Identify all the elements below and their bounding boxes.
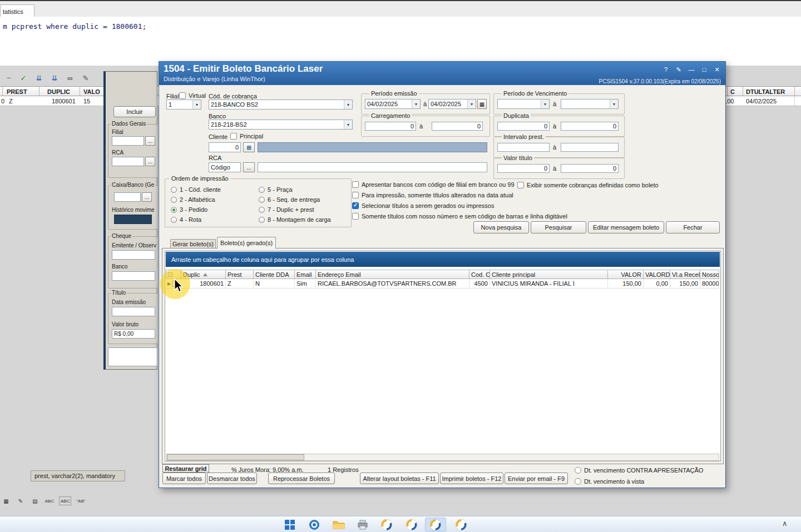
bg-col-dtultalter[interactable]: DTULTALTER (746, 88, 785, 95)
radio-pedido[interactable]: 3 - Pedido (171, 206, 207, 213)
radio-duplic-prest[interactable]: 7 - Duplic + prest (259, 206, 314, 213)
carregamento-to-field[interactable]: 0 (432, 122, 483, 131)
editar-mensagem-button[interactable]: Editar mensagem boleto (588, 221, 664, 233)
horizontal-scrollbar[interactable] (166, 454, 719, 461)
emissao-from-select[interactable]: 04/02/2025 (365, 99, 421, 109)
grid-header-cliente-principal[interactable]: Cliente principal (490, 270, 608, 279)
grid-header-vla-recel[interactable]: Vl.a Recel (670, 270, 700, 279)
checkbox-dt-a-vista[interactable]: Dt. vencimento à vista (575, 478, 644, 485)
radio-cod-cliente[interactable]: 1 - Cód. cliente (171, 186, 221, 193)
chevron-down-icon[interactable] (344, 120, 352, 129)
winthor-app-icon[interactable] (455, 519, 467, 531)
dialog-titlebar[interactable]: 1504 - Emitir Boleto Bancário Laser Dist… (159, 62, 725, 85)
radio-seq-entrega[interactable]: 6 - Seq. de entrega (259, 196, 320, 203)
abc-icon[interactable]: ABC (44, 496, 55, 505)
group-by-bar[interactable]: Arraste um cabeçalho de coluna aqui para… (166, 252, 720, 267)
rca-lookup-button[interactable]: ... (145, 157, 155, 166)
minus-icon[interactable]: − (2, 72, 16, 83)
valor-titulo-to-field[interactable]: 0 (561, 164, 619, 173)
vencimento-to-select[interactable] (561, 99, 619, 109)
chevron-down-icon[interactable] (192, 100, 201, 109)
grid-header-valorde[interactable]: VALORDE (644, 270, 670, 279)
scrollbar-thumb[interactable] (167, 454, 304, 460)
banco-select[interactable]: 218-218-BS2 (209, 120, 353, 130)
scroll-down-icon[interactable]: ⇊ (32, 72, 46, 83)
nova-pesquisa-button[interactable]: Nova pesquisa (473, 221, 529, 233)
desmarcar-todos-button[interactable]: Desmarcar todos (207, 473, 257, 484)
rca-codigo-field[interactable]: Código (209, 162, 241, 172)
radio-montagem-carga[interactable]: 8 - Montagem de carga (259, 216, 331, 223)
browser-icon[interactable] (308, 519, 320, 531)
grid-header-endereco-email[interactable]: Endereço Email (316, 270, 469, 279)
intervalo-from-field[interactable] (497, 143, 550, 152)
reprocessar-boletos-button[interactable]: Reprocessar Boletos (268, 473, 335, 484)
tab-gerar-boletos[interactable]: Gerar boleto(s) (170, 239, 216, 248)
rca-field[interactable] (112, 157, 144, 166)
tab-boletos-gerados[interactable]: Boleto(s) gerado(s) (217, 237, 276, 248)
emitente-field[interactable] (112, 250, 155, 260)
checkbox-titulos-alterados[interactable]: Para impressão, somente títulos alterado… (352, 192, 513, 198)
filial-select[interactable]: 1 (166, 100, 201, 110)
data-emissao-field[interactable] (112, 307, 155, 316)
grid-icon[interactable]: ▦ (1, 496, 11, 505)
checkbox-bancos-filial[interactable]: Apresentar bancos com código de filial e… (352, 181, 515, 188)
grid-header-prest[interactable]: Prest (226, 270, 254, 279)
carregamento-from-field[interactable]: 0 (365, 122, 416, 131)
radio-alfabetica[interactable]: 2 - Alfabética (171, 196, 215, 203)
principal-checkbox[interactable]: Principal (230, 133, 263, 140)
scroll-end-icon[interactable]: ⇊ (48, 72, 61, 83)
windows-start-icon[interactable] (284, 519, 296, 531)
imprimir-boletos-button[interactable]: Imprimir boletos - F12 (440, 473, 503, 484)
empty-listbox[interactable] (108, 347, 157, 366)
checkbox-somente-boleto[interactable]: Exibir somente cobranças definidas como … (517, 182, 659, 188)
valor-bruto-field[interactable]: R$ 0,00 (112, 329, 155, 339)
bg-col-c[interactable]: C (730, 88, 735, 95)
caixa-field[interactable] (114, 192, 141, 202)
banco-cheque-field[interactable] (112, 271, 155, 281)
radio-praca[interactable]: 5 - Praça (259, 186, 293, 193)
editor-tab[interactable]: tatistics (0, 4, 34, 18)
cliente-code-field[interactable]: 0 (209, 142, 241, 152)
grid-row[interactable]: ▶ 1800601 Z N Sim RICAEL.BARBOSA@TOTVSPA… (166, 279, 719, 289)
maximize-button[interactable]: □ (699, 65, 709, 74)
rca-lookup-button[interactable]: ... (243, 162, 255, 172)
printer-icon[interactable] (357, 519, 369, 531)
grid-header-nosson[interactable]: NossoN (700, 270, 719, 279)
grid-header-email[interactable]: Email (295, 270, 316, 279)
grid-header-cod-cl[interactable]: Cod. Cl (469, 270, 490, 279)
duplicata-to-field[interactable]: 0 (561, 122, 619, 131)
calendar-button[interactable]: ▦ (477, 99, 487, 109)
edit-icon[interactable]: ✎ (674, 65, 684, 74)
chevron-down-icon[interactable] (541, 100, 549, 108)
close-button[interactable]: ✕ (712, 65, 722, 74)
confirm-icon[interactable]: ✓ (17, 72, 30, 83)
edit-tool-icon[interactable]: ✎ (79, 72, 92, 83)
grid-header-cliente-dda[interactable]: Cliente DDA (254, 270, 295, 279)
search-icon[interactable]: ∞ (63, 72, 77, 83)
marcar-todos-button[interactable]: Marcar todos (162, 473, 206, 484)
checkbox-dt-contra-apresentacao[interactable]: Dt. vencimento CONTRA APRESENTAÇÃO (575, 467, 703, 474)
tray-expand-icon[interactable]: ∧ (782, 519, 788, 528)
intervalo-to-field[interactable] (561, 143, 619, 152)
table-icon[interactable]: ▤ (30, 496, 40, 505)
bg-col-prest[interactable]: PREST (7, 88, 27, 95)
minimize-button[interactable]: — (686, 65, 696, 74)
radio-rota[interactable]: 4 - Rota (171, 216, 201, 223)
restaurar-grid-button[interactable]: Restaurar grid (162, 464, 209, 473)
pencil-icon[interactable]: ✎ (16, 496, 26, 505)
filial-field[interactable] (112, 136, 144, 146)
chevron-down-icon[interactable] (467, 100, 476, 108)
cliente-lookup-button[interactable]: ⊞ (243, 142, 255, 152)
help-icon[interactable]: ? (661, 65, 671, 74)
enviar-email-button[interactable]: Enviar por email - F9 (505, 473, 568, 484)
winthor-app-icon-active[interactable] (429, 519, 442, 531)
bg-col-duplic[interactable]: DUPLIC (47, 88, 70, 95)
valor-titulo-from-field[interactable]: 0 (497, 164, 550, 173)
bg-col-valo[interactable]: VALO (83, 88, 100, 95)
grid-header-valor[interactable]: VALOR (608, 270, 644, 279)
checkbox-selecionar-titulos[interactable]: Selecionar títulos a serem gerados ou im… (352, 202, 494, 209)
alterar-layout-button[interactable]: Alterar layout boletas - F11 (360, 473, 439, 484)
sql-editor[interactable]: m pcprest where duplic = 1800601; (0, 17, 801, 66)
quoted-text-icon[interactable]: "AB" (76, 496, 86, 505)
chevron-down-icon[interactable] (344, 100, 352, 109)
